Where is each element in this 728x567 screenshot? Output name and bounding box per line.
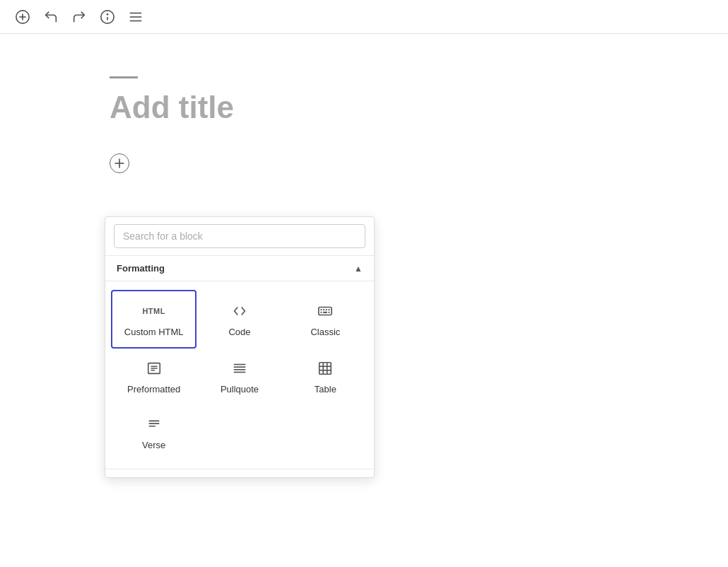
block-item-custom-html[interactable]: HTML Custom HTML <box>111 290 196 349</box>
preformatted-icon <box>146 358 162 378</box>
block-item-code[interactable]: Code <box>196 290 282 349</box>
redo-button[interactable] <box>68 6 90 28</box>
block-label-table: Table <box>315 384 336 394</box>
block-grid: HTML Custom HTML Code <box>105 281 374 469</box>
add-block-button[interactable] <box>110 153 129 173</box>
block-item-classic[interactable]: Classic <box>283 290 368 349</box>
toolbar <box>0 0 728 34</box>
block-label-preformatted: Preformatted <box>127 384 180 394</box>
block-item-preformatted[interactable]: Preformatted <box>111 349 196 404</box>
block-item-table[interactable]: Table <box>283 349 368 404</box>
page-title[interactable]: Add title <box>110 90 728 125</box>
pullquote-icon <box>232 358 247 378</box>
undo-button[interactable] <box>40 6 62 28</box>
add-button[interactable] <box>11 6 34 28</box>
chevron-up-icon: ▲ <box>354 264 363 274</box>
html-icon: HTML <box>142 301 165 321</box>
keyboard-icon <box>317 301 333 321</box>
table-icon <box>317 358 333 378</box>
title-bar-decoration <box>110 76 138 78</box>
svg-rect-11 <box>319 308 331 315</box>
search-box <box>105 217 374 256</box>
block-label-code: Code <box>228 327 250 337</box>
block-picker-panel: Formatting ▲ HTML Custom HTML C <box>105 216 375 478</box>
editor-area: Add title Formatting ▲ HTML Custom HTML <box>0 34 728 173</box>
category-header[interactable]: Formatting ▲ <box>105 256 374 281</box>
category-label: Formatting <box>117 263 165 274</box>
picker-footer <box>105 469 374 477</box>
search-input[interactable] <box>114 224 365 248</box>
verse-icon <box>146 414 162 434</box>
block-label-pullquote: Pullquote <box>221 384 259 394</box>
svg-rect-27 <box>319 363 331 375</box>
info-button[interactable] <box>96 6 119 28</box>
block-item-verse[interactable]: Verse <box>111 404 196 460</box>
block-item-pullquote[interactable]: Pullquote <box>196 349 282 404</box>
block-label-custom-html: Custom HTML <box>124 327 184 337</box>
menu-button[interactable] <box>124 6 147 28</box>
block-label-classic: Classic <box>310 327 340 337</box>
block-label-verse: Verse <box>142 440 165 450</box>
code-icon <box>232 301 247 321</box>
